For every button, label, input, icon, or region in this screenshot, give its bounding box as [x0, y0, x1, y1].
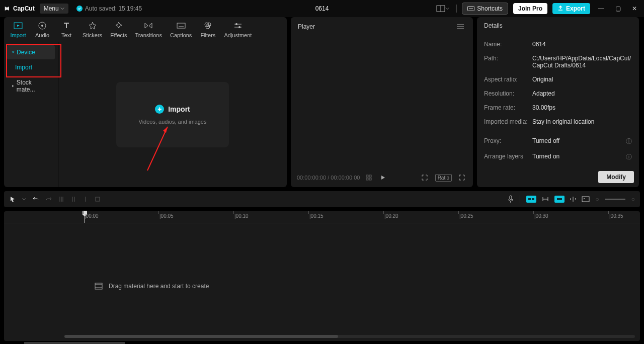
details-title: Details: [484, 22, 503, 29]
shortcuts-button[interactable]: Shortcuts: [462, 3, 508, 15]
media-sidebar: Device Import Stock mate...: [4, 42, 58, 187]
sidebar-item-import[interactable]: Import: [7, 60, 55, 74]
cover-button[interactable]: [582, 196, 590, 202]
timeline-toolbar: ○ ○: [4, 191, 640, 207]
preview-axis-button[interactable]: [570, 196, 577, 202]
split-button[interactable]: [58, 196, 64, 203]
app-name: CapCut: [13, 5, 35, 12]
detail-row-name: Name:0614: [484, 37, 632, 51]
detail-row-imported: Imported media:Stay in original location: [484, 115, 632, 129]
player-timecode: 00:00:00:00 / 00:00:00:00: [297, 175, 360, 181]
scrollbar-thumb[interactable]: [64, 335, 338, 338]
import-dropzone[interactable]: + Import Videos, audios, and images: [116, 82, 229, 147]
player-header: Player: [291, 17, 473, 36]
ruler-tick: |00:20: [384, 213, 398, 219]
grid-button[interactable]: [364, 173, 374, 183]
tab-label: Stickers: [83, 32, 102, 38]
caret-down-icon: [11, 50, 15, 54]
zoom-slider[interactable]: [605, 199, 625, 200]
player-menu-button[interactable]: [455, 22, 466, 31]
redo-button[interactable]: [45, 196, 52, 203]
ratio-button[interactable]: Ratio: [435, 174, 452, 182]
layout-button[interactable]: [434, 3, 451, 14]
svg-point-36: [584, 198, 585, 199]
linkage-button[interactable]: [554, 196, 565, 203]
sidebar-item-device[interactable]: Device: [7, 45, 55, 59]
media-content: + Import Videos, audios, and images: [58, 42, 287, 187]
tab-filters[interactable]: Filters: [196, 19, 220, 40]
media-tabs: Import Audio Text Stickers Effects Trans…: [4, 17, 287, 42]
chevron-down-icon: [60, 7, 64, 11]
info-icon[interactable]: ⓘ: [626, 137, 632, 146]
tab-adjustment[interactable]: Adjustment: [220, 19, 256, 40]
minimize-button[interactable]: —: [595, 5, 607, 12]
adjustment-icon: [233, 21, 243, 31]
sidebar-item-stock[interactable]: Stock mate...: [7, 75, 55, 97]
svg-point-6: [41, 25, 43, 27]
auto-snap-button[interactable]: [541, 196, 549, 202]
zoom-in-button[interactable]: ○: [631, 196, 635, 203]
tab-captions[interactable]: Captions: [166, 19, 196, 40]
film-icon: [95, 283, 103, 290]
ruler-tick: |00:05: [159, 213, 174, 219]
divider: [456, 5, 457, 13]
export-button[interactable]: Export: [552, 3, 590, 14]
plus-icon: +: [155, 105, 164, 114]
detail-row-proxy: Proxy:Turned offⓘ: [484, 134, 632, 149]
menu-button[interactable]: Menu: [40, 4, 68, 14]
play-button[interactable]: [378, 173, 388, 183]
maximize-button[interactable]: ▢: [612, 5, 624, 12]
tab-transitions[interactable]: Transitions: [131, 19, 166, 40]
check-icon: [76, 6, 83, 12]
info-icon[interactable]: ⓘ: [626, 153, 632, 161]
tab-effects[interactable]: Effects: [106, 19, 131, 40]
autosave-text: Auto saved: 15:19:45: [85, 5, 142, 12]
taskbar-hint: [24, 342, 125, 344]
close-button[interactable]: ✕: [629, 5, 640, 12]
tab-stickers[interactable]: Stickers: [78, 19, 106, 40]
export-label: Export: [566, 5, 585, 12]
cursor-dropdown[interactable]: [22, 197, 26, 201]
timeline-ruler[interactable]: |00:00|00:05|00:10|00:15|00:20|00:25|00:…: [4, 211, 640, 223]
tab-import[interactable]: Import: [6, 19, 30, 40]
delete-left-button[interactable]: [70, 196, 76, 203]
details-body: Name:0614 Path:C:/Users/HP/AppData/Local…: [477, 34, 639, 187]
magnet-main-track[interactable]: [526, 196, 536, 203]
undo-button[interactable]: [32, 196, 39, 203]
cursor-tool[interactable]: [9, 196, 16, 203]
delete-right-button[interactable]: [83, 196, 89, 203]
tab-label: Adjustment: [224, 32, 252, 38]
captions-icon: [176, 21, 186, 31]
hamburger-icon: [457, 24, 464, 29]
svg-point-14: [235, 23, 237, 25]
timeline-body[interactable]: Drag material here and start to create: [4, 223, 640, 339]
ruler-tick: |00:30: [534, 213, 548, 219]
stickers-icon: [88, 21, 98, 31]
modify-button[interactable]: Modify: [598, 171, 634, 183]
player-panel: Player 00:00:00:00 / 00:00:00:00 Ratio: [291, 17, 473, 187]
tab-label: Captions: [170, 32, 192, 38]
ruler-tick: |00:15: [309, 213, 324, 219]
tab-text[interactable]: Text: [54, 19, 78, 40]
import-title-text: Import: [168, 105, 190, 113]
player-title: Player: [298, 23, 315, 30]
tab-audio[interactable]: Audio: [30, 19, 54, 40]
zoom-out-button[interactable]: ○: [596, 196, 599, 203]
keyboard-icon: [467, 6, 474, 11]
scan-button[interactable]: [419, 172, 430, 183]
fullscreen-button[interactable]: [457, 173, 467, 183]
join-pro-button[interactable]: Join Pro: [513, 3, 547, 14]
mic-button[interactable]: [508, 195, 514, 203]
timeline-scrollbar[interactable]: [64, 335, 635, 338]
details-header: Details: [477, 17, 639, 34]
drop-hint-text: Drag material here and start to create: [109, 283, 209, 290]
svg-rect-37: [95, 283, 102, 289]
export-icon: [557, 6, 564, 12]
detail-row-aspect: Aspect ratio:Original: [484, 72, 632, 87]
details-panel: Details Name:0614 Path:C:/Users/HP/AppDa…: [477, 17, 639, 187]
delete-button[interactable]: [95, 196, 101, 202]
svg-rect-33: [557, 198, 562, 200]
autosave-status: Auto saved: 15:19:45: [76, 5, 142, 12]
detail-row-framerate: Frame rate:30.00fps: [484, 101, 632, 115]
tab-label: Transitions: [135, 32, 162, 38]
